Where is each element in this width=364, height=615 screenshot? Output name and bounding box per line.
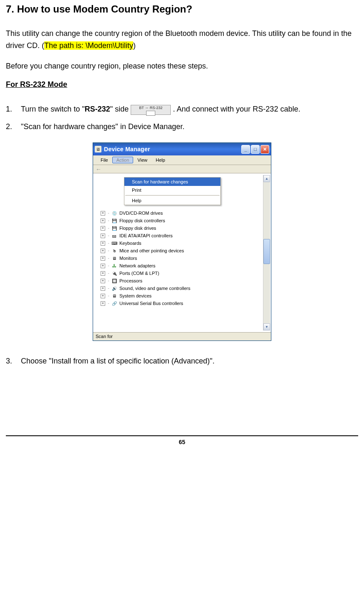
floppy-drive-icon: 💾 xyxy=(111,225,118,231)
tree-item[interactable]: +··⌨Keyboards xyxy=(95,239,263,247)
step-1: Turn the switch to "RS-232" side BT ↔ RS… xyxy=(6,102,358,117)
action-dropdown-menu: Scan for hardware changes Print Help xyxy=(124,177,221,205)
expand-icon[interactable]: + xyxy=(101,294,105,298)
ports-icon: 🔌 xyxy=(111,270,118,277)
expand-icon[interactable]: + xyxy=(101,219,105,223)
tree-item[interactable]: +··🔊Sound, video and game controllers xyxy=(95,285,263,292)
expand-icon[interactable]: + xyxy=(101,256,105,261)
step1-text-a: Turn the switch to " xyxy=(21,105,85,113)
expand-icon[interactable]: + xyxy=(101,226,105,231)
menu-action[interactable]: Action xyxy=(112,157,134,163)
expand-icon[interactable]: + xyxy=(101,249,105,253)
device-manager-window: 🖥 Device Manager _ □ ✕ File Action View … xyxy=(93,142,271,341)
expand-icon[interactable]: + xyxy=(101,241,105,246)
expand-icon[interactable]: + xyxy=(101,301,105,306)
scroll-up-button[interactable]: ▲ xyxy=(263,175,270,182)
tree-label: IDE ATA/ATAPI controllers xyxy=(119,233,173,238)
tree-item[interactable]: +··💾Floppy disk controllers xyxy=(95,217,263,224)
tree-item[interactable]: +··🔲Processors xyxy=(95,277,263,285)
device-manager-screenshot: 🖥 Device Manager _ □ ✕ File Action View … xyxy=(6,142,358,341)
vertical-scrollbar[interactable]: ▲ ▼ xyxy=(263,175,270,330)
usb-icon: 🔗 xyxy=(111,300,118,307)
menu-view[interactable]: View xyxy=(133,157,152,163)
tree-label: Network adapters xyxy=(119,263,155,268)
page-number: 65 xyxy=(6,436,358,445)
tree-item[interactable]: +··🔌Ports (COM & LPT) xyxy=(95,269,263,277)
toolbar: ← xyxy=(93,165,271,173)
status-bar: Scan for xyxy=(93,332,271,341)
tree-label: Floppy disk drives xyxy=(119,226,156,231)
system-icon: 🖥 xyxy=(111,292,118,299)
ide-icon: 🖴 xyxy=(111,232,118,239)
expand-icon[interactable]: + xyxy=(101,279,105,283)
dropdown-help-item[interactable]: Help xyxy=(124,196,220,205)
step-2: "Scan for hardware changes" in Device Ma… xyxy=(6,119,358,134)
section-heading: 7. How to use Modem Country Region? xyxy=(6,3,358,15)
tree-label: Monitors xyxy=(119,256,137,261)
step1-bold: RS-232 xyxy=(85,105,110,113)
step1-text-b: " side xyxy=(110,105,131,113)
network-icon: 🖧 xyxy=(111,262,118,269)
monitor-icon: 🖥 xyxy=(111,255,118,262)
tree-label: Universal Serial Bus controllers xyxy=(119,301,183,306)
maximize-button[interactable]: □ xyxy=(251,145,260,154)
tree-item[interactable]: +··🖥System devices xyxy=(95,292,263,300)
window-titlebar[interactable]: 🖥 Device Manager _ □ ✕ xyxy=(93,143,271,155)
processor-icon: 🔲 xyxy=(111,277,118,284)
tree-item[interactable]: +··🖱Mice and other pointing devices xyxy=(95,247,263,254)
dropdown-print-item[interactable]: Print xyxy=(124,186,220,194)
expand-icon[interactable]: + xyxy=(101,264,105,268)
tree-label: Processors xyxy=(119,278,142,283)
intro-paragraph-2: Before you change country region, please… xyxy=(6,60,358,72)
tree-label: Floppy disk controllers xyxy=(119,218,165,223)
step1-text-c: . And connect with your RS-232 cable. xyxy=(173,105,300,113)
tree-label: Keyboards xyxy=(119,241,142,246)
cdrom-icon: 💿 xyxy=(111,210,118,216)
menu-help[interactable]: Help xyxy=(152,157,169,163)
expand-icon[interactable]: + xyxy=(101,271,105,276)
tree-label: Ports (COM & LPT) xyxy=(119,271,159,276)
tree-label: System devices xyxy=(119,293,152,298)
dropdown-scan-item[interactable]: Scan for hardware changes xyxy=(124,178,220,186)
sound-icon: 🔊 xyxy=(111,285,118,292)
tree-label: Mice and other pointing devices xyxy=(119,248,184,253)
steps-list-continued: Choose "Install from a list of specific … xyxy=(6,353,358,368)
expand-icon[interactable]: + xyxy=(101,286,105,291)
tree-item[interactable]: +··🔗Universal Serial Bus controllers xyxy=(95,300,263,307)
para1-text-post: ) xyxy=(133,41,136,50)
switch-diagram-icon: BT ↔ RS-232 xyxy=(131,105,171,115)
minimize-button[interactable]: _ xyxy=(241,145,250,154)
highlighted-path: The path is: \Modem\Utility xyxy=(44,41,133,50)
expand-icon[interactable]: + xyxy=(101,211,105,216)
dropdown-separator xyxy=(125,195,220,196)
intro-paragraph-1: This utility can change the country regi… xyxy=(6,28,358,52)
steps-list: Turn the switch to "RS-232" side BT ↔ RS… xyxy=(6,102,358,134)
keyboard-icon: ⌨ xyxy=(111,240,118,247)
tree-item[interactable]: +··💿DVD/CD-ROM drives xyxy=(95,209,263,217)
close-button[interactable]: ✕ xyxy=(260,145,269,154)
scroll-track[interactable] xyxy=(263,182,270,323)
tree-label: DVD/CD-ROM drives xyxy=(119,211,163,216)
tree-item[interactable]: +··🖧Network adapters xyxy=(95,262,263,269)
back-arrow-icon: ← xyxy=(96,166,101,173)
scroll-down-button[interactable]: ▼ xyxy=(263,323,270,330)
expand-icon[interactable]: + xyxy=(101,234,105,238)
rs232-mode-heading: For RS-232 Mode xyxy=(6,80,358,89)
tree-item[interactable]: +··💾Floppy disk drives xyxy=(95,224,263,232)
floppy-controller-icon: 💾 xyxy=(111,217,118,224)
window-title: Device Manager xyxy=(104,146,241,152)
tree-item[interactable]: +··🖥Monitors xyxy=(95,254,263,262)
menu-file[interactable]: File xyxy=(96,157,112,163)
menu-bar: File Action View Help xyxy=(93,155,271,165)
switch-label: BT ↔ RS-232 xyxy=(139,106,162,110)
scroll-thumb[interactable] xyxy=(263,239,270,264)
window-icon: 🖥 xyxy=(95,146,101,152)
step-3: Choose "Install from a list of specific … xyxy=(6,353,358,368)
tree-label: Sound, video and game controllers xyxy=(119,286,190,291)
tree-item[interactable]: +··🖴IDE ATA/ATAPI controllers xyxy=(95,232,263,239)
mouse-icon: 🖱 xyxy=(111,247,118,254)
